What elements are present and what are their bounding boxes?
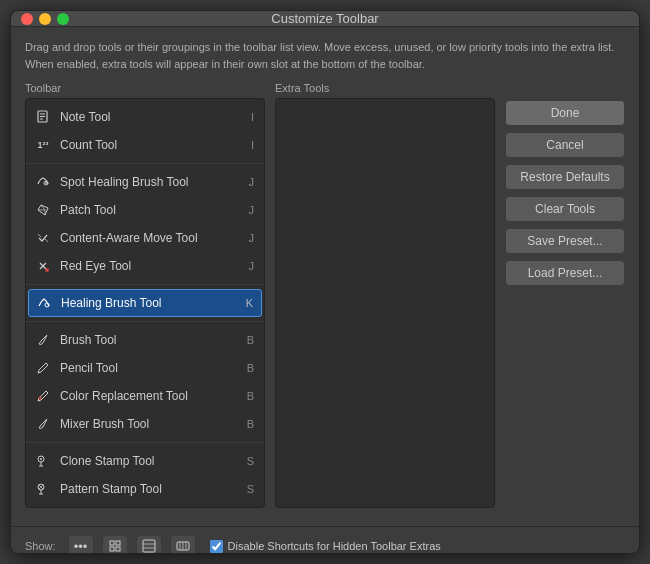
brush-shortcut: B	[247, 334, 254, 346]
svg-rect-26	[143, 540, 155, 552]
disable-shortcuts-label[interactable]: Disable Shortcuts for Hidden Toolbar Ext…	[228, 540, 441, 552]
svg-rect-25	[116, 547, 120, 551]
traffic-lights	[21, 13, 69, 25]
tool-group-brushes: Brush Tool B Pencil Tool B	[26, 322, 264, 443]
tool-group-notes: Note Tool I 1²³ Count Tool I	[26, 99, 264, 164]
svg-rect-23	[116, 541, 120, 545]
restore-defaults-button[interactable]: Restore Defaults	[505, 164, 625, 190]
pencil-shortcut: B	[247, 362, 254, 374]
bottom-bar: Show: •••	[11, 526, 639, 554]
tool-item-red-eye[interactable]: Red Eye Tool J	[26, 252, 264, 280]
title-bar: Customize Toolbar	[11, 11, 639, 27]
tool-item-brush[interactable]: Brush Tool B	[26, 326, 264, 354]
left-panel: Toolbar	[25, 82, 265, 508]
note-icon	[34, 108, 52, 126]
window-title: Customize Toolbar	[271, 11, 378, 26]
grid-icon	[108, 539, 122, 553]
healing-brush-icon	[35, 294, 53, 312]
content-aware-label: Content-Aware Move Tool	[60, 231, 241, 245]
pencil-icon	[34, 359, 52, 377]
content-area: Drag and drop tools or their groupings i…	[11, 27, 639, 518]
toolbar-list[interactable]: Note Tool I 1²³ Count Tool I	[25, 98, 265, 508]
dots-icon: •••	[74, 539, 88, 554]
brush-label: Brush Tool	[60, 333, 239, 347]
pattern-stamp-shortcut: S	[247, 483, 254, 495]
load-preset-button[interactable]: Load Preset...	[505, 260, 625, 286]
maximize-button[interactable]	[57, 13, 69, 25]
color-replace-icon	[34, 387, 52, 405]
description-text: Drag and drop tools or their groupings i…	[25, 39, 625, 72]
tool-item-content-aware[interactable]: Content-Aware Move Tool J	[26, 224, 264, 252]
clone-stamp-label: Clone Stamp Tool	[60, 454, 239, 468]
main-area: Toolbar	[25, 82, 625, 508]
toolbar-icon	[176, 539, 190, 553]
svg-rect-24	[110, 547, 114, 551]
cancel-button[interactable]: Cancel	[505, 132, 625, 158]
tool-item-spot-healing[interactable]: Spot Healing Brush Tool J	[26, 168, 264, 196]
mixer-brush-label: Mixer Brush Tool	[60, 417, 239, 431]
pencil-label: Pencil Tool	[60, 361, 239, 375]
window: Customize Toolbar Drag and drop tools or…	[10, 10, 640, 554]
tool-item-mixer-brush[interactable]: Mixer Brush Tool B	[26, 410, 264, 438]
svg-rect-22	[110, 541, 114, 545]
red-eye-label: Red Eye Tool	[60, 259, 241, 273]
tool-item-clone-stamp[interactable]: Clone Stamp Tool S	[26, 447, 264, 475]
clear-tools-button[interactable]: Clear Tools	[505, 196, 625, 222]
checkbox-area: Disable Shortcuts for Hidden Toolbar Ext…	[210, 540, 441, 553]
save-preset-button[interactable]: Save Preset...	[505, 228, 625, 254]
tool-item-color-replace[interactable]: Color Replacement Tool B	[26, 382, 264, 410]
red-eye-shortcut: J	[249, 260, 255, 272]
healing-brush-shortcut: K	[246, 297, 253, 309]
note-tool-shortcut: I	[251, 111, 254, 123]
mixer-brush-shortcut: B	[247, 418, 254, 430]
tool-item-healing-brush[interactable]: Healing Brush Tool K	[28, 289, 262, 317]
color-replace-label: Color Replacement Tool	[60, 389, 239, 403]
tool-item-pencil[interactable]: Pencil Tool B	[26, 354, 264, 382]
patch-shortcut: J	[249, 204, 255, 216]
spot-healing-shortcut: J	[249, 176, 255, 188]
red-eye-icon	[34, 257, 52, 275]
patch-icon	[34, 201, 52, 219]
count-icon: 1²³	[34, 136, 52, 154]
count-tool-label: Count Tool	[60, 138, 243, 152]
tool-item-patch[interactable]: Patch Tool J	[26, 196, 264, 224]
count-tool-shortcut: I	[251, 139, 254, 151]
content-aware-icon	[34, 229, 52, 247]
svg-point-12	[39, 397, 42, 400]
patch-label: Patch Tool	[60, 203, 241, 217]
disable-shortcuts-checkbox[interactable]	[210, 540, 223, 553]
brush-icon	[34, 331, 52, 349]
close-button[interactable]	[21, 13, 33, 25]
tool-item-count[interactable]: 1²³ Count Tool I	[26, 131, 264, 159]
healing-brush-label: Healing Brush Tool	[61, 296, 238, 310]
view-icon-button-2[interactable]	[136, 535, 162, 554]
svg-point-14	[40, 458, 42, 460]
tool-item-note[interactable]: Note Tool I	[26, 103, 264, 131]
buttons-panel: Done Cancel Restore Defaults Clear Tools…	[505, 82, 625, 508]
content-aware-shortcut: J	[249, 232, 255, 244]
clone-stamp-shortcut: S	[247, 455, 254, 467]
view-icon-button-1[interactable]	[102, 535, 128, 554]
svg-point-9	[45, 268, 49, 272]
pattern-stamp-icon	[34, 480, 52, 498]
show-label: Show:	[25, 540, 56, 552]
tool-group-healing: Spot Healing Brush Tool J Patch Tool	[26, 164, 264, 285]
pattern-stamp-label: Pattern Stamp Tool	[60, 482, 239, 496]
right-section: Extra Tools Done Cancel Restore Defaults…	[275, 82, 625, 508]
color-replace-shortcut: B	[247, 390, 254, 402]
clone-stamp-icon	[34, 452, 52, 470]
mixer-brush-icon	[34, 415, 52, 433]
minimize-button[interactable]	[39, 13, 51, 25]
tool-group-healing-brush: Healing Brush Tool K	[26, 285, 264, 322]
spot-healing-label: Spot Healing Brush Tool	[60, 175, 241, 189]
extra-panel: Extra Tools	[275, 82, 495, 508]
dots-button[interactable]: •••	[68, 535, 94, 554]
done-button[interactable]: Done	[505, 100, 625, 126]
toolbar-label: Toolbar	[25, 82, 265, 94]
tool-group-stamps: Clone Stamp Tool S	[26, 443, 264, 507]
extra-tools-area[interactable]	[275, 98, 495, 508]
view-icon-button-3[interactable]	[170, 535, 196, 554]
extra-tools-label: Extra Tools	[275, 82, 495, 94]
tool-item-pattern-stamp[interactable]: Pattern Stamp Tool S	[26, 475, 264, 503]
list-icon	[142, 539, 156, 553]
